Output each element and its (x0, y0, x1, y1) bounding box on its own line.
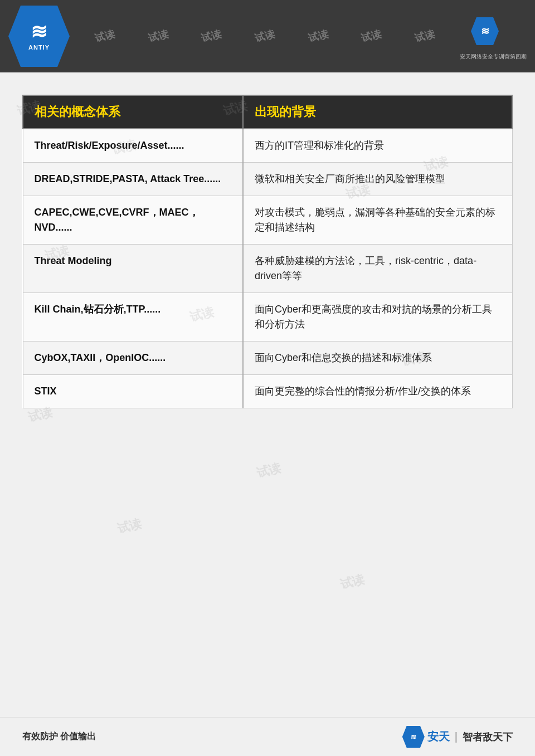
table-cell-col2: 各种威胁建模的方法论，工具，risk-centric，data-driven等等 (243, 245, 512, 293)
data-table: 相关的概念体系 出现的背景 Threat/Risk/Exposure/Asset… (22, 95, 513, 408)
table-cell-col1: Threat/Risk/Exposure/Asset...... (23, 129, 243, 163)
table-row: Threat/Risk/Exposure/Asset......西方的IT管理和… (23, 129, 512, 163)
watermark: 试读 (200, 27, 223, 45)
footer-brand-name: 安天 (427, 729, 450, 744)
table-cell-col2: 对攻击模式，脆弱点，漏洞等各种基础的安全元素的标定和描述结构 (243, 196, 512, 245)
brand-logo: ≋ (460, 12, 510, 51)
footer-brand-icon: ≋ (402, 726, 425, 748)
col2-header: 出现的背景 (243, 95, 512, 129)
header: ≋ ANTIY 试读 试读 试读 试读 试读 试读 试读 ≋ 安天网络安全专训营… (0, 0, 535, 72)
table-row: Kill Chain,钻石分析,TTP......面向Cyber和更高强度的攻击… (23, 293, 512, 342)
header-watermarks: 试读 试读 试读 试读 试读 试读 试读 (0, 0, 535, 72)
table-cell-col2: 西方的IT管理和标准化的背景 (243, 129, 512, 163)
logo: ≋ ANTIY (8, 6, 70, 67)
watermark: 试读 (253, 27, 276, 45)
brand-subtitle: 安天网络安全专训营第四期 (460, 53, 527, 61)
header-brand: ≋ 安天网络安全专训营第四期 (460, 12, 527, 61)
logo-icon: ≋ (31, 22, 47, 42)
col1-header: 相关的概念体系 (23, 95, 243, 129)
table-row: Threat Modeling各种威胁建模的方法论，工具，risk-centri… (23, 245, 512, 293)
main-content: 相关的概念体系 出现的背景 Threat/Risk/Exposure/Asset… (0, 72, 535, 756)
table-cell-col2: 微软和相关安全厂商所推出的风险管理模型 (243, 163, 512, 196)
table-cell-col2: 面向Cyber和更高强度的攻击和对抗的场景的分析工具和分析方法 (243, 293, 512, 342)
table-cell-col1: DREAD,STRIDE,PASTA, Attack Tree...... (23, 163, 243, 196)
table-header-row: 相关的概念体系 出现的背景 (23, 95, 512, 129)
footer: 有效防护 价值输出 ≋ 安天 | 智者敌天下 (0, 717, 535, 756)
table-cell-col1: STIX (23, 375, 243, 408)
table-row: STIX面向更完整的综合性的情报分析/作业/交换的体系 (23, 375, 512, 408)
footer-separator: | (455, 730, 458, 743)
watermark: 试读 (147, 27, 169, 45)
table-cell-col2: 面向Cyber和信息交换的描述和标准体系 (243, 342, 512, 375)
table-cell-col1: Threat Modeling (23, 245, 243, 293)
footer-brand: ≋ 安天 | 智者敌天下 (402, 726, 513, 748)
watermark: 试读 (307, 27, 329, 45)
table-cell-col2: 面向更完整的综合性的情报分析/作业/交换的体系 (243, 375, 512, 408)
watermark: 试读 (414, 27, 436, 45)
table-cell-col1: Kill Chain,钻石分析,TTP...... (23, 293, 243, 342)
table-row: CAPEC,CWE,CVE,CVRF，MAEC，NVD......对攻击模式，脆… (23, 196, 512, 245)
table-cell-col1: CAPEC,CWE,CVE,CVRF，MAEC，NVD...... (23, 196, 243, 245)
footer-brand-sub: 智者敌天下 (463, 730, 513, 744)
table-cell-col1: CybOX,TAXII，OpenIOC...... (23, 342, 243, 375)
watermark: 试读 (93, 27, 116, 45)
footer-tagline: 有效防护 价值输出 (22, 731, 96, 743)
table-row: DREAD,STRIDE,PASTA, Attack Tree......微软和… (23, 163, 512, 196)
table-row: CybOX,TAXII，OpenIOC......面向Cyber和信息交换的描述… (23, 342, 512, 375)
logo-text: ANTIY (28, 44, 50, 51)
watermark: 试读 (360, 27, 383, 45)
brand-icon: ≋ (471, 17, 499, 45)
